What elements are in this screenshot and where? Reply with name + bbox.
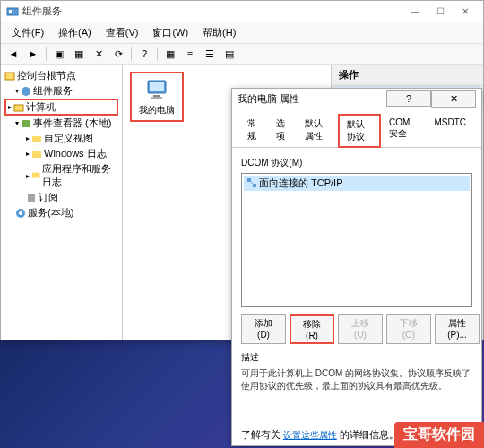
- tree-event-viewer[interactable]: ▾ 事件查看器 (本地): [4, 116, 118, 131]
- tree-app-service-logs[interactable]: ▸ 应用程序和服务日志: [4, 161, 118, 190]
- tab-general[interactable]: 常规: [239, 114, 268, 147]
- expand-icon[interactable]: ▸: [26, 172, 30, 180]
- tab-options[interactable]: 选项: [268, 114, 297, 147]
- close-button[interactable]: ✕: [453, 3, 478, 21]
- window-title: 组件服务: [22, 4, 402, 18]
- svg-rect-14: [153, 95, 160, 97]
- expand-icon[interactable]: ▾: [15, 87, 19, 95]
- properties-button[interactable]: 属性(P)...: [435, 314, 480, 344]
- view-detail-icon[interactable]: ▤: [220, 46, 238, 62]
- forward-button[interactable]: ►: [24, 46, 42, 62]
- view-small-icon[interactable]: ≡: [181, 46, 199, 62]
- toolbar-divider: [131, 47, 132, 61]
- tree-component-services[interactable]: ▾ 组件服务: [4, 83, 118, 99]
- network-icon: [247, 178, 256, 189]
- main-toolbar: ◄ ► ▣ ▦ ✕ ⟳ ? ▦ ≡ ☰ ▤: [1, 44, 483, 65]
- my-computer-label: 我的电脑: [139, 104, 175, 116]
- tree-label: 服务(本地): [28, 206, 73, 220]
- props-tabs: 常规 选项 默认属性 默认协议 COM 安全 MSDTC: [232, 108, 481, 148]
- tab-default-props[interactable]: 默认属性: [297, 114, 338, 147]
- add-button[interactable]: 添加(D): [241, 314, 286, 344]
- svg-rect-5: [22, 120, 30, 127]
- toolbar-divider: [46, 47, 47, 61]
- description-section: 描述 可用于此计算机上 DCOM 的网络协议集。协议顺序反映了使用协议的优先级，…: [241, 351, 472, 392]
- refresh-icon[interactable]: ⟳: [109, 46, 127, 62]
- svg-line-18: [249, 180, 255, 185]
- tree-services[interactable]: 服务(本地): [4, 205, 118, 220]
- minimize-button[interactable]: —: [402, 3, 428, 21]
- event-icon: [21, 118, 31, 129]
- up-button[interactable]: ▣: [50, 46, 68, 62]
- dcom-protocols-label: DCOM 协议(M): [241, 157, 472, 169]
- tree-custom-views[interactable]: ▸ 自定义视图: [4, 131, 118, 146]
- tab-default-protocol[interactable]: 默认协议: [338, 114, 381, 148]
- back-button[interactable]: ◄: [4, 46, 22, 62]
- expand-icon[interactable]: ▸: [8, 103, 12, 111]
- tree-label: 事件查看器 (本地): [33, 116, 111, 130]
- services-icon: [15, 208, 26, 219]
- tree-label: 自定义视图: [44, 132, 93, 145]
- properties-icon[interactable]: ▦: [70, 46, 88, 62]
- menu-window[interactable]: 窗口(W): [145, 24, 195, 41]
- maximize-button[interactable]: ☐: [428, 3, 453, 21]
- menu-help[interactable]: 帮助(H): [195, 24, 243, 41]
- learn-link[interactable]: 设置这些属性: [283, 430, 337, 440]
- svg-rect-9: [28, 194, 35, 202]
- svg-rect-2: [5, 73, 14, 80]
- tree-label: 控制台根节点: [17, 69, 76, 82]
- close-button[interactable]: ✕: [431, 90, 476, 108]
- tab-msdtc[interactable]: MSDTC: [426, 114, 474, 147]
- gear-icon: [21, 86, 31, 97]
- protocol-item[interactable]: 面向连接的 TCP/IP: [244, 176, 470, 191]
- props-titlebar[interactable]: 我的电脑 属性 ? ✕: [232, 89, 481, 108]
- tree-label: 组件服务: [33, 84, 73, 98]
- view-list-icon[interactable]: ☰: [201, 46, 219, 62]
- learn-tail: 的详细信息。: [340, 429, 399, 440]
- svg-rect-8: [32, 173, 40, 178]
- delete-icon[interactable]: ✕: [90, 46, 108, 62]
- view-large-icon[interactable]: ▦: [161, 46, 179, 62]
- protocol-label: 面向连接的 TCP/IP: [259, 177, 343, 190]
- actions-header: 操作: [332, 65, 483, 86]
- main-menubar: 文件(F) 操作(A) 查看(V) 窗口(W) 帮助(H): [1, 22, 483, 44]
- move-up-button[interactable]: 上移(U): [338, 314, 383, 344]
- toolbar-divider: [157, 47, 158, 61]
- tree-label: 订阅: [39, 191, 58, 204]
- tree-subscriptions[interactable]: 订阅: [4, 190, 118, 205]
- description-text: 可用于此计算机上 DCOM 的网络协议集。协议顺序反映了使用协议的优先级，最上面…: [241, 367, 472, 392]
- folder-icon: [31, 134, 42, 144]
- tree-label: 应用程序和服务日志: [42, 162, 118, 189]
- menu-action[interactable]: 操作(A): [51, 24, 99, 41]
- remove-button[interactable]: 移除(R): [290, 314, 334, 344]
- expand-icon[interactable]: ▸: [26, 150, 30, 158]
- help-icon[interactable]: ?: [135, 46, 153, 62]
- tree-label: 计算机: [26, 100, 56, 114]
- menu-view[interactable]: 查看(V): [99, 24, 146, 41]
- my-computer-item[interactable]: 我的电脑: [130, 72, 184, 122]
- tree-root[interactable]: 控制台根节点: [4, 68, 118, 83]
- expand-icon[interactable]: ▸: [26, 134, 30, 142]
- menu-file[interactable]: 文件(F): [4, 24, 51, 41]
- console-icon: [4, 71, 15, 82]
- subscription-icon: [26, 193, 37, 203]
- expand-icon[interactable]: ▾: [15, 119, 19, 127]
- tree-windows-logs[interactable]: ▸ Windows 日志: [4, 146, 118, 161]
- svg-rect-6: [32, 136, 41, 142]
- protocol-buttons: 添加(D) 移除(R) 上移(U) 下移(O) 属性(P)...: [241, 314, 472, 344]
- protocols-listbox[interactable]: 面向连接的 TCP/IP: [241, 173, 472, 307]
- help-button[interactable]: ?: [386, 90, 431, 107]
- props-body: DCOM 协议(M) 面向连接的 TCP/IP 添加(D) 移除(R) 上移(U…: [232, 148, 481, 448]
- main-titlebar[interactable]: 组件服务 — ☐ ✕: [1, 1, 483, 22]
- svg-rect-15: [151, 97, 162, 99]
- svg-point-11: [19, 211, 22, 215]
- watermark: 宝哥软件园: [394, 422, 484, 448]
- tree-computer[interactable]: ▸ 计算机: [4, 99, 118, 116]
- tab-com-security[interactable]: COM 安全: [381, 114, 426, 147]
- description-label: 描述: [241, 351, 472, 364]
- props-title: 我的电脑 属性: [238, 92, 386, 106]
- tree-panel: 控制台根节点 ▾ 组件服务 ▸ 计算机 ▾ 事件查看器 (本地) ▸ 自定义视图: [1, 65, 123, 340]
- svg-rect-0: [7, 8, 18, 15]
- computer-icon: [144, 77, 169, 102]
- properties-dialog: 我的电脑 属性 ? ✕ 常规 选项 默认属性 默认协议 COM 安全 MSDTC…: [231, 88, 482, 446]
- move-down-button[interactable]: 下移(O): [386, 314, 431, 344]
